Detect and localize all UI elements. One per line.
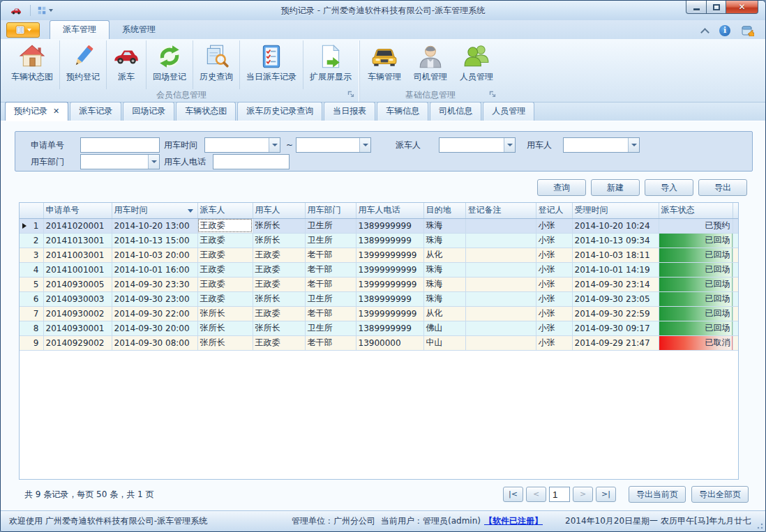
cell-用车人电话[interactable]: 13999999999 [356,306,423,321]
grid-header-col-4[interactable]: 用车部门 [305,203,356,218]
cell-用车时间[interactable]: 2014-09-30 08:00 [112,335,197,350]
cell-派车人[interactable]: 王政委 [197,291,253,306]
table-row[interactable]: 5201409300052014-09-30 23:30王政委王政委老干部139… [20,277,738,291]
cell-申请单号[interactable]: 20140930003 [43,291,112,306]
cell-派车状态[interactable]: 已回场 [659,321,733,335]
doc-tab-2[interactable]: 回场记录 [123,102,174,121]
ribbon-button-driver-management[interactable]: 司机管理 [407,40,453,89]
cell-用车部门[interactable]: 老干部 [305,306,356,321]
next-page-button[interactable]: > [573,487,593,502]
cell-派车人[interactable]: 王政委 [197,277,253,291]
cell-派车人[interactable]: 王政委 [197,262,253,277]
cell-用车人电话[interactable]: 13900000 [356,335,423,350]
table-row[interactable]: 9201409290022014-09-30 08:00张所长王政委老干部139… [20,335,738,350]
table-row[interactable]: 1201410200012014-10-20 13:00王政委张所长卫生所138… [20,218,738,233]
cell-用车时间[interactable]: 2014-09-30 20:00 [112,321,197,335]
cell-目的地[interactable]: 从化 [423,248,465,262]
cell-目的地[interactable]: 从化 [423,306,465,321]
import-button[interactable]: 导入 [645,179,693,196]
grid-header-col-1[interactable]: 用车时间 [112,203,197,218]
user-phone-input[interactable] [213,154,290,169]
row-indicator[interactable]: 4 [20,262,43,277]
cell-派车状态[interactable]: 已回场 [659,262,733,277]
table-row[interactable]: 2201410130012014-10-13 15:00王政委张所长卫生所138… [20,233,738,248]
ribbon-tab-system[interactable]: 系统管理 [110,21,168,39]
cell-用车人[interactable]: 张所长 [253,233,305,248]
cell-登记人[interactable]: 小张 [536,321,572,335]
cell-派车状态[interactable]: 已取消 [659,335,733,350]
grid-header-col-6[interactable]: 目的地 [423,203,465,218]
cell-目的地[interactable]: 珠海 [423,262,465,277]
cell-用车人电话[interactable]: 13999999999 [356,248,423,262]
ribbon-button-vehicle-management[interactable]: 车辆管理 [361,40,407,89]
doc-tab-0[interactable]: 预约记录✕ [5,102,68,121]
cell-受理时间[interactable]: 2014-10-20 10:24 [572,218,659,233]
grid-header-col-5[interactable]: 用车人电话 [356,203,423,218]
grid-header-col-9[interactable]: 受理时间 [572,203,659,218]
cell-用车部门[interactable]: 卫生所 [305,218,356,233]
cell-登记备注[interactable] [465,291,536,306]
cell-登记备注[interactable] [465,321,536,335]
prev-page-button[interactable]: < [526,487,546,502]
row-indicator[interactable]: 6 [20,291,43,306]
cell-登记人[interactable]: 小张 [536,248,572,262]
cell-登记备注[interactable] [465,248,536,262]
cell-用车时间[interactable]: 2014-09-30 23:00 [112,291,197,306]
ribbon-button-dispatch[interactable]: 派车 [106,40,146,89]
cell-受理时间[interactable]: 2014-09-30 22:59 [572,306,659,321]
cell-用车人[interactable]: 张所长 [253,291,305,306]
cell-用车人电话[interactable]: 13999999999 [356,262,423,277]
cell-用车人电话[interactable]: 13999999999 [356,277,423,291]
cell-申请单号[interactable]: 20140930002 [43,306,112,321]
cell-用车时间[interactable]: 2014-10-01 16:00 [112,262,197,277]
cell-用车人[interactable]: 王政委 [253,335,305,350]
cell-目的地[interactable]: 珠海 [423,233,465,248]
grid-header-col-10[interactable]: 派车状态 [659,203,733,218]
row-indicator[interactable]: 1 [20,218,43,233]
cell-登记备注[interactable] [465,218,536,233]
combo-dropdown-button[interactable] [628,138,639,152]
cell-登记人[interactable]: 小张 [536,306,572,321]
cell-用车人[interactable]: 王政委 [253,306,305,321]
ribbon-button-reservation[interactable]: 预约登记 [59,40,106,89]
cell-目的地[interactable]: 珠海 [423,291,465,306]
cell-申请单号[interactable]: 20141013001 [43,233,112,248]
cell-用车人电话[interactable]: 1389999999 [356,321,423,335]
cell-登记备注[interactable] [465,335,536,350]
table-row[interactable]: 7201409300022014-09-30 22:00张所长王政委老干部139… [20,306,738,321]
cell-目的地[interactable]: 中山 [423,335,465,350]
table-row[interactable]: 4201410010012014-10-01 16:00王政委王政委老干部139… [20,262,738,277]
cell-用车人电话[interactable]: 1389999999 [356,233,423,248]
grid-header-col-7[interactable]: 登记备注 [465,203,536,218]
software-registered-link[interactable]: 【软件已注册】 [484,515,565,527]
doc-tab-8[interactable]: 人员管理 [483,102,534,121]
doc-tab-7[interactable]: 司机信息 [430,102,481,121]
cell-用车人[interactable]: 王政委 [253,262,305,277]
dialog-launcher-icon[interactable] [489,91,497,98]
quick-access-layout-button[interactable] [35,5,55,16]
cell-派车人[interactable]: 张所长 [197,306,253,321]
cell-用车人[interactable]: 张所长 [253,321,305,335]
table-row[interactable]: 3201410030012014-10-03 20:00王政委王政委老干部139… [20,248,738,262]
cell-申请单号[interactable]: 20140930001 [43,321,112,335]
doc-tab-5[interactable]: 当日报表 [324,102,375,121]
cell-登记人[interactable]: 小张 [536,218,572,233]
ribbon-button-extended-screen[interactable]: 扩展屏显示 [303,40,358,89]
cell-派车人[interactable]: 王政委 [197,233,253,248]
cell-用车部门[interactable]: 卫生所 [305,321,356,335]
cell-申请单号[interactable]: 20141020001 [43,218,112,233]
first-page-button[interactable]: |< [503,487,523,502]
cell-派车人[interactable]: 张所长 [197,335,253,350]
collapse-ribbon-icon[interactable] [700,28,709,37]
ribbon-button-today-dispatch-records[interactable]: 当日派车记录 [239,40,303,89]
cell-派车状态[interactable]: 已回场 [659,233,733,248]
restore-button[interactable] [707,1,726,14]
ribbon-button-personnel-management[interactable]: 人员管理 [453,40,500,89]
cell-受理时间[interactable]: 2014-09-30 23:14 [572,277,659,291]
use-time-from-combo[interactable] [204,137,280,153]
doc-tab-1[interactable]: 派车记录 [70,102,121,121]
doc-tab-4[interactable]: 派车历史记录查询 [237,102,322,121]
doc-tab-3[interactable]: 车辆状态图 [176,102,236,121]
cell-目的地[interactable]: 珠海 [423,218,465,233]
row-indicator[interactable]: 7 [20,306,43,321]
